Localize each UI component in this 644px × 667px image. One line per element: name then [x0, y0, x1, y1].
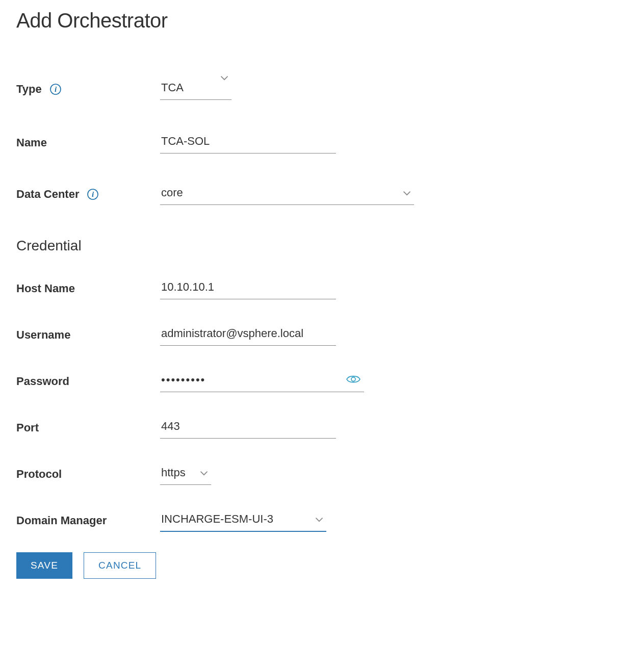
info-icon[interactable]: i [86, 188, 99, 201]
row-username: Username [16, 324, 628, 346]
eye-icon[interactable] [346, 374, 361, 386]
label-host-name: Host Name [16, 282, 75, 295]
credential-header: Credential [16, 238, 628, 254]
domain-manager-select-value[interactable]: INCHARGE-ESM-UI-3 [160, 509, 326, 532]
protocol-select-value[interactable]: https [160, 463, 211, 485]
row-port: Port [16, 417, 628, 439]
svg-text:i: i [92, 190, 94, 198]
host-name-input[interactable] [160, 277, 336, 299]
label-name: Name [16, 136, 47, 149]
label-domain-manager: Domain Manager [16, 514, 107, 527]
row-password: Password [16, 370, 628, 392]
protocol-select[interactable]: https [160, 463, 211, 485]
button-row: SAVE CANCEL [16, 552, 628, 579]
row-type: Type i TCA [16, 78, 628, 100]
label-data-center: Data Center [16, 188, 79, 201]
label-password: Password [16, 375, 69, 388]
port-input[interactable] [160, 417, 336, 439]
svg-text:i: i [55, 85, 57, 93]
label-username: Username [16, 328, 70, 342]
data-center-select-value[interactable]: core [160, 183, 414, 205]
row-domain-manager: Domain Manager INCHARGE-ESM-UI-3 [16, 509, 628, 532]
cancel-button[interactable]: CANCEL [84, 552, 156, 579]
name-input[interactable] [160, 132, 336, 153]
label-protocol: Protocol [16, 468, 62, 481]
row-host-name: Host Name [16, 277, 628, 299]
info-icon[interactable]: i [49, 83, 62, 96]
row-protocol: Protocol https [16, 463, 628, 485]
row-data-center: Data Center i core [16, 183, 628, 205]
row-name: Name [16, 132, 628, 153]
label-port: Port [16, 421, 39, 434]
password-input[interactable] [160, 370, 364, 392]
type-select-value[interactable]: TCA [160, 78, 231, 100]
save-button[interactable]: SAVE [16, 552, 72, 579]
label-type: Type [16, 83, 42, 96]
domain-manager-select[interactable]: INCHARGE-ESM-UI-3 [160, 509, 326, 532]
data-center-select[interactable]: core [160, 183, 414, 205]
page-title: Add Orchestrator [16, 9, 628, 32]
username-input[interactable] [160, 324, 336, 346]
svg-point-4 [351, 377, 355, 381]
type-select[interactable]: TCA [160, 78, 231, 100]
